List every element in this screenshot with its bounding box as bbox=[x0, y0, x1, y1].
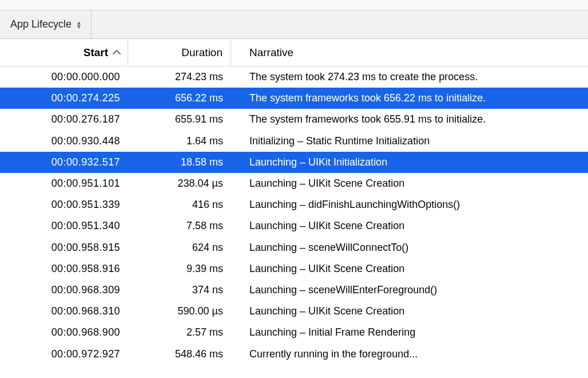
cell-start: 00:00.968.900 bbox=[0, 326, 128, 338]
cell-start: 00:00.930.448 bbox=[0, 135, 128, 147]
cell-start: 00:00.972.927 bbox=[0, 348, 128, 360]
cell-narrative: Launching – UIKit Scene Creation bbox=[231, 178, 588, 190]
toolbar-strip bbox=[0, 0, 588, 10]
cell-start: 00:00.951.340 bbox=[0, 220, 128, 232]
cell-duration: 7.58 ms bbox=[128, 220, 231, 232]
column-header-duration[interactable]: Duration bbox=[128, 39, 231, 66]
cell-duration: 548.46 ms bbox=[128, 348, 231, 360]
cell-start: 00:00.276.187 bbox=[0, 113, 128, 125]
cell-duration: 9.39 ms bbox=[128, 263, 231, 275]
cell-start: 00:00.951.101 bbox=[0, 178, 128, 190]
table-row[interactable]: 00:00.930.4481.64 msInitializing – Stati… bbox=[0, 131, 588, 152]
table-row[interactable]: 00:00.968.310590.00 µsLaunching – UIKit … bbox=[0, 301, 588, 322]
table-header: Start Duration Narrative bbox=[0, 39, 588, 66]
cell-narrative: The system frameworks took 655.91 ms to … bbox=[231, 113, 588, 125]
column-header-label: Narrative bbox=[249, 46, 293, 59]
cell-narrative: Launching – Initial Frame Rendering bbox=[231, 326, 588, 338]
cell-duration: 624 ns bbox=[128, 242, 231, 254]
cell-narrative: Launching – didFinishLaunchingWithOption… bbox=[231, 199, 588, 211]
cell-start: 00:00.958.916 bbox=[0, 263, 128, 275]
table-row[interactable]: 00:00.972.927548.46 msCurrently running … bbox=[0, 343, 588, 364]
cell-start: 00:00.951.339 bbox=[0, 199, 128, 211]
cell-narrative: Initializing – Static Runtime Initializa… bbox=[231, 135, 588, 147]
cell-duration: 374 ns bbox=[128, 284, 231, 296]
cell-duration: 656.22 ms bbox=[128, 92, 231, 104]
cell-start: 00:00.932.517 bbox=[0, 156, 128, 168]
table-row[interactable]: 00:00.958.915624 nsLaunching – sceneWill… bbox=[0, 237, 588, 258]
cell-start: 00:00.958.915 bbox=[0, 242, 128, 254]
table-row[interactable]: 00:00.276.187655.91 msThe system framewo… bbox=[0, 109, 588, 130]
dropdown-arrows-icon bbox=[76, 21, 82, 29]
table-row[interactable]: 00:00.932.51718.58 msLaunching – UIKit I… bbox=[0, 152, 588, 173]
cell-narrative: Launching – sceneWillEnterForeground() bbox=[231, 284, 588, 296]
cell-duration: 18.58 ms bbox=[128, 156, 231, 168]
cell-start: 00:00.274.225 bbox=[0, 92, 128, 104]
column-header-label: Start bbox=[84, 46, 108, 59]
table-row[interactable]: 00:00.000.000274.23 msThe system took 27… bbox=[0, 66, 588, 88]
scope-tab-app-lifecycle[interactable]: App Lifecycle bbox=[0, 10, 92, 38]
cell-duration: 1.64 ms bbox=[128, 135, 231, 147]
cell-narrative: Launching – UIKit Scene Creation bbox=[231, 263, 588, 275]
table-row[interactable]: 00:00.968.9002.57 msLaunching – Initial … bbox=[0, 322, 588, 343]
cell-duration: 590.00 µs bbox=[128, 305, 231, 317]
table-row[interactable]: 00:00.968.309374 nsLaunching – sceneWill… bbox=[0, 279, 588, 301]
cell-narrative: Launching – UIKit Scene Creation bbox=[231, 305, 588, 317]
cell-start: 00:00.968.310 bbox=[0, 305, 128, 317]
table-row[interactable]: 00:00.951.3407.58 msLaunching – UIKit Sc… bbox=[0, 215, 588, 237]
table-row[interactable]: 00:00.274.225656.22 msThe system framewo… bbox=[0, 88, 588, 109]
scope-tab-label: App Lifecycle bbox=[10, 18, 71, 30]
cell-narrative: Launching – UIKit Scene Creation bbox=[231, 220, 588, 232]
scope-bar: App Lifecycle bbox=[0, 10, 588, 39]
cell-start: 00:00.000.000 bbox=[0, 71, 128, 83]
cell-start: 00:00.968.309 bbox=[0, 284, 128, 296]
column-header-start[interactable]: Start bbox=[0, 39, 128, 66]
table-row[interactable]: 00:00.958.9169.39 msLaunching – UIKit Sc… bbox=[0, 258, 588, 279]
sort-ascending-icon bbox=[113, 49, 121, 57]
table-body: 00:00.000.000274.23 msThe system took 27… bbox=[0, 66, 588, 365]
cell-narrative: The system frameworks took 656.22 ms to … bbox=[231, 92, 588, 104]
cell-duration: 274.23 ms bbox=[128, 71, 231, 83]
cell-duration: 416 ns bbox=[128, 199, 231, 211]
cell-duration: 655.91 ms bbox=[128, 113, 231, 125]
table-row[interactable]: 00:00.951.101238.04 µsLaunching – UIKit … bbox=[0, 173, 588, 194]
cell-narrative: The system took 274.23 ms to create the … bbox=[231, 71, 588, 83]
cell-narrative: Currently running in the foreground... bbox=[231, 348, 588, 360]
cell-narrative: Launching – sceneWillConnectTo() bbox=[231, 242, 588, 254]
cell-narrative: Launching – UIKit Initialization bbox=[231, 156, 588, 168]
cell-duration: 2.57 ms bbox=[128, 326, 231, 338]
cell-duration: 238.04 µs bbox=[128, 178, 231, 190]
column-header-label: Duration bbox=[181, 46, 223, 59]
column-header-narrative[interactable]: Narrative bbox=[231, 39, 588, 66]
table-row[interactable]: 00:00.951.339416 nsLaunching – didFinish… bbox=[0, 194, 588, 215]
